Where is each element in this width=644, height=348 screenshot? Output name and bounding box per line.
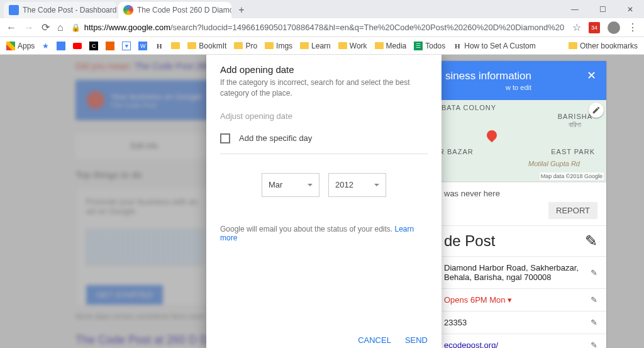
bookmark-item[interactable]: C: [89, 42, 98, 50]
cancel-button[interactable]: CANCEL: [358, 335, 391, 345]
minimize-icon[interactable]: —: [561, 0, 589, 18]
extension-ublock-icon[interactable]: 34: [589, 22, 600, 33]
bookmark-folder[interactable]: Imgs: [265, 42, 292, 50]
modal-title: Add opening date: [220, 64, 428, 75]
edit-website-button[interactable]: ✎: [591, 340, 597, 348]
bookmark-folder[interactable]: BookmIt: [187, 42, 226, 50]
modal-actions: CANCEL SEND: [220, 335, 428, 345]
home-icon[interactable]: ⌂: [57, 22, 64, 33]
window-controls: — ☐ ✕: [561, 0, 644, 18]
modal-info: Google will email you about the status o…: [220, 225, 428, 242]
bookmark-icon: C: [89, 42, 98, 50]
bookmarks-bar: Apps ★ C ♥ W H BookmIt Pro Imgs Learn Wo…: [0, 37, 644, 55]
browser-toolbar: ← → ⟳ ⌂ 🔒 https://www.google.com/search?…: [0, 18, 644, 37]
other-bookmarks[interactable]: Other bookmarks: [569, 42, 638, 50]
reload-icon[interactable]: ⟳: [42, 21, 50, 33]
profile-avatar[interactable]: [608, 21, 620, 34]
bookmark-folder[interactable]: Media: [375, 42, 407, 50]
folder-icon: [375, 42, 384, 49]
favicon-icon: [123, 5, 133, 15]
menu-icon[interactable]: ⋮: [628, 21, 638, 33]
kp-header-sub: w to edit: [445, 84, 531, 91]
kp-phone-row: 23353 ✎: [435, 311, 606, 334]
bookmark-item[interactable]: [106, 42, 114, 50]
bookmark-item[interactable]: [73, 43, 82, 49]
edit-title-button[interactable]: ✎: [585, 232, 597, 250]
website-link[interactable]: ecodepost.org/: [444, 340, 498, 348]
checkbox-label: Add the specific day: [239, 133, 312, 143]
tab-title: The Code Post - Dashboard: [23, 6, 116, 14]
lock-icon: 🔒: [71, 23, 80, 32]
forward-icon[interactable]: →: [24, 22, 34, 33]
pencil-icon: [592, 106, 601, 115]
sheets-icon: ☰: [414, 42, 423, 50]
edit-phone-button[interactable]: ✎: [591, 318, 597, 327]
close-icon[interactable]: ✕: [116, 6, 117, 14]
bookmark-item[interactable]: [57, 42, 65, 50]
back-icon[interactable]: ←: [6, 22, 16, 33]
map-pin-icon: [485, 128, 499, 143]
tab-title: The Code Post 260 D Diamond H: [137, 6, 231, 14]
bookmark-item[interactable]: H: [155, 42, 164, 50]
kp-address-row: Diamond Harbor Road, Sakherbazar, Behala…: [435, 256, 606, 288]
youtube-icon: [73, 43, 82, 49]
close-window-icon[interactable]: ✕: [616, 0, 644, 18]
folder-icon: [569, 42, 577, 49]
specific-day-checkbox[interactable]: [220, 133, 230, 143]
kp-website-row: ecodepost.org/ ✎: [435, 334, 606, 348]
bookmark-item[interactable]: [171, 42, 180, 49]
edit-address-button[interactable]: ✎: [591, 268, 597, 278]
modal-subtitle: If the category is incorrect, search for…: [220, 77, 428, 99]
year-select[interactable]: 2012: [328, 173, 386, 197]
folder-icon: [234, 42, 243, 49]
kp-hours-row: Opens 6PM Mon ▾ ✎: [435, 288, 606, 311]
bookmark-todos[interactable]: ☰Todos: [414, 42, 445, 50]
url-host: https://www.google.com: [84, 23, 170, 32]
kp-header: siness information w to edit ✕: [435, 61, 606, 100]
apps-icon: [6, 42, 15, 50]
bookmark-item[interactable]: W: [138, 42, 147, 50]
bookmark-icon: H: [453, 42, 462, 50]
close-icon[interactable]: ✕: [587, 70, 596, 81]
folder-icon: [187, 42, 196, 49]
knowledge-panel: siness information w to edit ✕ BATA COLO…: [435, 61, 606, 348]
bookmark-icon: [106, 42, 114, 50]
adjust-label: Adjust opening date: [220, 111, 428, 121]
kp-map[interactable]: BATA COLONY BARISHA বারিশা R BAZAR EAST …: [435, 100, 606, 182]
bookmark-folder[interactable]: Pro: [234, 42, 257, 50]
opening-date-modal: Add opening date If the category is inco…: [206, 55, 441, 348]
folder-icon: [300, 42, 309, 49]
kp-header-title: siness information: [445, 70, 531, 82]
map-edit-button[interactable]: [589, 103, 604, 118]
map-attribution: Map data ©2018 Google: [540, 172, 604, 180]
maximize-icon[interactable]: ☐: [589, 0, 616, 18]
bookmark-folder[interactable]: Work: [338, 42, 367, 50]
kp-business-title: de Post ✎: [435, 225, 606, 256]
bookmark-folder[interactable]: Learn: [300, 42, 331, 50]
browser-tab[interactable]: The Code Post - Dashboard ✕: [4, 2, 117, 18]
bookmark-howto[interactable]: HHow to Set A Custom: [453, 42, 535, 50]
kp-report-row: was never here REPORT: [435, 182, 606, 225]
folder-icon: [265, 42, 274, 49]
browser-tab-active[interactable]: The Code Post 260 D Diamond H ✕: [118, 2, 231, 18]
report-button[interactable]: REPORT: [548, 202, 597, 219]
bookmark-icon: W: [138, 42, 147, 50]
folder-icon: [171, 42, 180, 49]
specific-day-row: Add the specific day: [220, 133, 428, 154]
address-bar[interactable]: 🔒 https://www.google.com/search?ludocid=…: [71, 20, 565, 35]
star-icon[interactable]: ☆: [572, 21, 581, 33]
page-viewport: Did you mean: The Code Post 260 D Diamon…: [0, 55, 644, 348]
apps-button[interactable]: Apps: [6, 42, 35, 50]
bookmark-icon: ♥: [122, 42, 131, 50]
folder-icon: [338, 42, 347, 49]
favicon-icon: [9, 5, 19, 15]
bookmark-icon: [57, 42, 65, 50]
new-tab-button[interactable]: +: [233, 2, 250, 18]
edit-hours-button[interactable]: ✎: [591, 295, 597, 305]
browser-titlebar: The Code Post - Dashboard ✕ The Code Pos…: [0, 0, 644, 18]
month-select[interactable]: Mar: [262, 173, 319, 197]
url-path: /search?ludocid=14966169050170886478&hl=…: [170, 23, 565, 32]
send-button[interactable]: SEND: [405, 335, 428, 345]
bookmark-star[interactable]: ★: [42, 42, 49, 50]
bookmark-item[interactable]: ♥: [122, 42, 131, 50]
